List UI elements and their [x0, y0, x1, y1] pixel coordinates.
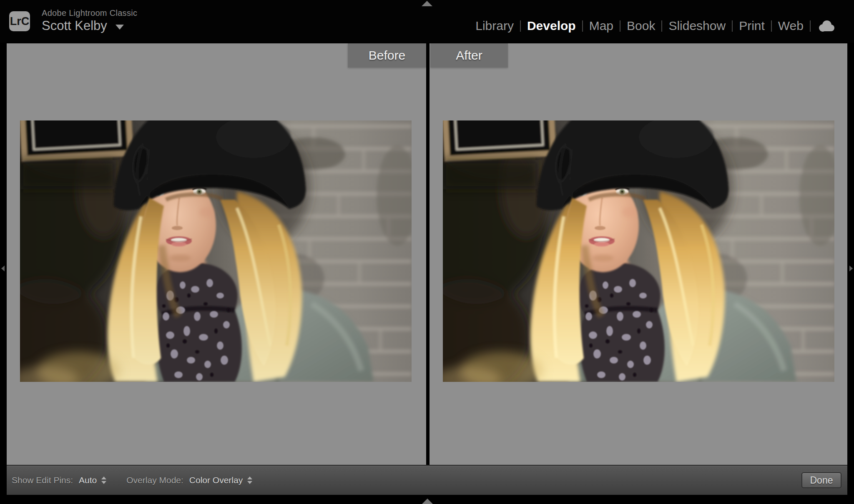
after-pane: After [430, 43, 847, 465]
before-pane: Before [7, 43, 426, 465]
lrc-logo: LrC [9, 11, 30, 31]
overlay-mode-label: Overlay Mode: [126, 475, 183, 485]
overlay-mode-stepper-icon[interactable] [247, 476, 252, 484]
cloud-sync-icon[interactable] [817, 20, 836, 32]
triangle-up-icon [101, 476, 106, 479]
develop-toolbar: Show Edit Pins: Auto Overlay Mode: Color… [7, 465, 847, 495]
triangle-down-icon [116, 25, 124, 30]
show-edit-pins-value[interactable]: Auto [79, 475, 97, 485]
identity-plate[interactable]: Scott Kelby [42, 18, 124, 33]
module-separator [810, 20, 811, 32]
module-book[interactable]: Book [620, 19, 661, 33]
after-label: After [430, 43, 508, 68]
before-label: Before [348, 43, 426, 68]
compare-workspace: Before After [0, 43, 854, 495]
module-picker: Library Develop Map Book Slideshow Print… [469, 0, 836, 43]
bottom-panel-collapse-icon[interactable] [422, 499, 433, 504]
module-print[interactable]: Print [733, 19, 771, 33]
overlay-mode-value[interactable]: Color Overlay [189, 475, 243, 485]
titlebar: LrC Adobe Lightroom Classic Scott Kelby … [0, 0, 854, 43]
done-button[interactable]: Done [801, 472, 841, 488]
module-develop[interactable]: Develop [521, 19, 582, 33]
module-slideshow[interactable]: Slideshow [662, 19, 732, 33]
triangle-down-icon [101, 481, 106, 484]
triangle-down-icon [247, 481, 252, 484]
after-photo[interactable] [443, 120, 834, 382]
before-photo[interactable] [20, 120, 412, 382]
module-web[interactable]: Web [772, 19, 810, 33]
module-map[interactable]: Map [583, 19, 620, 33]
app-name: Adobe Lightroom Classic [42, 8, 137, 18]
triangle-up-icon [247, 476, 252, 479]
module-library[interactable]: Library [469, 19, 520, 33]
left-panel-collapse-icon[interactable] [1, 266, 5, 271]
identity-name: Scott Kelby [42, 18, 107, 33]
show-edit-pins-label: Show Edit Pins: [12, 475, 73, 485]
show-edit-pins-stepper-icon[interactable] [101, 476, 106, 484]
top-panel-collapse-icon[interactable] [422, 1, 432, 6]
right-panel-collapse-icon[interactable] [849, 266, 853, 271]
